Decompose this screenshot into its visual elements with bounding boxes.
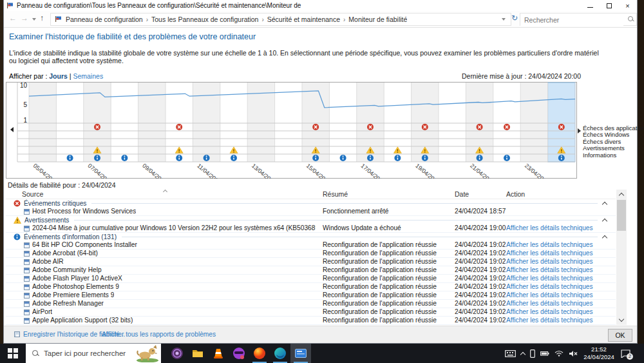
event-row[interactable]: Adobe Refresh Manager Reconfiguration de… (6, 300, 616, 308)
technical-details-link[interactable]: Afficher les détails techniques (506, 241, 593, 248)
day-column[interactable] (247, 83, 274, 162)
technical-details-link[interactable]: Afficher les détails techniques (506, 317, 593, 324)
day-column[interactable] (29, 83, 56, 162)
day-column[interactable] (357, 83, 384, 162)
stability-chart[interactable]: 105105/04/202407/04/202409/04/202411/04/… (6, 82, 577, 181)
back-button[interactable]: ← (9, 14, 17, 23)
event-row[interactable]: Apple Application Support (32 bits) Reco… (6, 317, 616, 325)
day-column[interactable] (111, 83, 138, 162)
day-column[interactable] (548, 83, 575, 162)
breadcrumb-item[interactable]: Sécurité et maintenance (267, 15, 340, 23)
technical-details-link[interactable]: Afficher les détails techniques (506, 250, 593, 257)
day-column[interactable] (384, 83, 411, 162)
phone-icon[interactable] (530, 349, 535, 358)
collapse-chevron-icon[interactable] (602, 202, 607, 207)
action-center-icon[interactable]: 2 (621, 349, 630, 358)
day-column[interactable] (412, 83, 439, 162)
day-column[interactable] (193, 83, 220, 162)
collapse-chevron-icon[interactable] (602, 219, 607, 224)
event-row[interactable]: Adobe Photoshop Elements 9 Reconfigurati… (6, 283, 616, 291)
event-row[interactable]: 64 Bit HP CIO Components Installer Recon… (6, 241, 616, 250)
view-days-selected[interactable]: Jours (49, 72, 68, 80)
technical-details-link[interactable]: Afficher les détails techniques (506, 224, 593, 231)
recent-pages-caret[interactable] (32, 18, 36, 21)
breadcrumb-item[interactable]: Panneau de configuration (66, 15, 143, 23)
ok-button[interactable]: OK (608, 329, 632, 342)
day-column[interactable] (302, 83, 329, 162)
scroll-right-arrow[interactable] (578, 128, 581, 133)
refresh-icon[interactable]: ↻ (511, 14, 518, 23)
edge-icon[interactable] (270, 344, 290, 363)
address-bar[interactable]: Panneau de configuration›Tous les Pannea… (50, 13, 511, 26)
event-row[interactable]: Adobe Community Help Reconfiguration de … (6, 266, 616, 275)
taskbar-search[interactable]: Taper ici pour rechercher (26, 344, 161, 363)
chart-svg[interactable]: 105105/04/202407/04/202409/04/202411/04/… (6, 82, 577, 179)
battery-icon[interactable] (540, 351, 549, 356)
vlc-icon[interactable] (208, 344, 229, 363)
forward-button[interactable]: → (21, 14, 28, 23)
wifi-icon[interactable] (554, 350, 564, 357)
tor-browser-icon[interactable] (167, 344, 187, 363)
day-column[interactable] (166, 83, 193, 162)
day-column[interactable] (493, 83, 520, 162)
view-weeks-link[interactable]: Semaines (73, 72, 103, 80)
start-button[interactable] (0, 344, 26, 363)
day-column[interactable] (56, 83, 83, 162)
day-column[interactable] (275, 83, 302, 162)
day-column[interactable] (220, 83, 247, 162)
event-group-row[interactable]: Événements d'information (131) (6, 233, 616, 241)
event-row[interactable]: 2024-04 Mise à jour cumulative pour Wind… (6, 224, 616, 233)
day-column[interactable] (329, 83, 356, 162)
table-scrollbar[interactable] (616, 190, 627, 325)
purple-emoji-app-icon[interactable] (229, 344, 249, 363)
file-explorer-icon[interactable] (187, 344, 208, 363)
technical-details-link[interactable]: Afficher les détails techniques (506, 266, 593, 273)
action-center[interactable]: 2 (618, 344, 633, 363)
event-group-row[interactable]: Événements critiques (6, 199, 616, 208)
maximize-button[interactable] (600, 0, 618, 11)
column-summary[interactable]: Résumé (323, 190, 348, 198)
column-source[interactable]: Source (22, 190, 43, 198)
search-highlight-dog-image[interactable] (134, 344, 161, 363)
event-row[interactable]: Adobe Flash Player 10 ActiveX Reconfigur… (6, 275, 616, 283)
collapse-chevron-icon[interactable] (602, 235, 607, 240)
technical-details-link[interactable]: Afficher les détails techniques (506, 283, 593, 290)
event-summary: Windows Update a échoué (323, 224, 401, 231)
firefox-icon[interactable] (249, 344, 270, 363)
technical-details-link[interactable]: Afficher les détails techniques (506, 308, 593, 315)
technical-details-link[interactable]: Afficher les détails techniques (506, 275, 593, 282)
taskbar-clock[interactable]: 21:52 24/04/2024 (583, 346, 615, 361)
scrollbar-down-arrow[interactable] (616, 315, 627, 325)
technical-details-link[interactable]: Afficher les détails techniques (506, 300, 593, 307)
technical-details-link[interactable]: Afficher les détails techniques (506, 291, 593, 299)
event-row[interactable]: Host Process for Windows Services Foncti… (6, 208, 616, 216)
reliability-monitor-taskbar-icon[interactable] (290, 344, 311, 363)
day-column[interactable] (520, 83, 547, 162)
day-column[interactable] (466, 83, 493, 162)
volume-muted-icon[interactable] (569, 350, 578, 357)
day-column[interactable] (439, 83, 466, 162)
event-row[interactable]: Adobe Acrobat (64-bit) Reconfiguration d… (6, 250, 616, 258)
view-all-reports-link[interactable]: Afficher tous les rapports de problèmes (102, 331, 216, 338)
close-button[interactable]: × (618, 0, 637, 11)
search-box[interactable] (520, 13, 637, 26)
up-button[interactable]: ↑ (40, 14, 44, 23)
day-column[interactable] (84, 83, 111, 162)
scrollbar-thumb[interactable] (617, 200, 626, 231)
event-group-row[interactable]: Avertissements (6, 216, 616, 224)
hidden-icons-chevron[interactable] (521, 351, 525, 357)
event-row[interactable]: Adobe Premiere Elements 9 Reconfiguratio… (6, 291, 616, 300)
search-input[interactable] (520, 14, 623, 26)
technical-details-link[interactable]: Afficher les détails techniques (506, 258, 593, 265)
day-column[interactable] (138, 83, 166, 162)
event-row[interactable]: Adobe AIR Reconfiguration de l'applicati… (6, 258, 616, 266)
touch-keyboard-icon[interactable] (505, 350, 516, 357)
scrollbar-up-arrow[interactable] (616, 190, 627, 199)
breadcrumb-item[interactable]: Moniteur de fiabilité (348, 15, 407, 23)
breadcrumb-item[interactable]: Tous les Panneaux de configuration (151, 15, 258, 23)
column-date[interactable]: Date (455, 190, 469, 198)
column-action[interactable]: Action (506, 190, 525, 198)
event-row[interactable]: AirPort Reconfiguration de l'application… (6, 308, 616, 317)
address-dropdown-caret[interactable] (502, 18, 506, 21)
minimize-button[interactable] (581, 0, 600, 11)
